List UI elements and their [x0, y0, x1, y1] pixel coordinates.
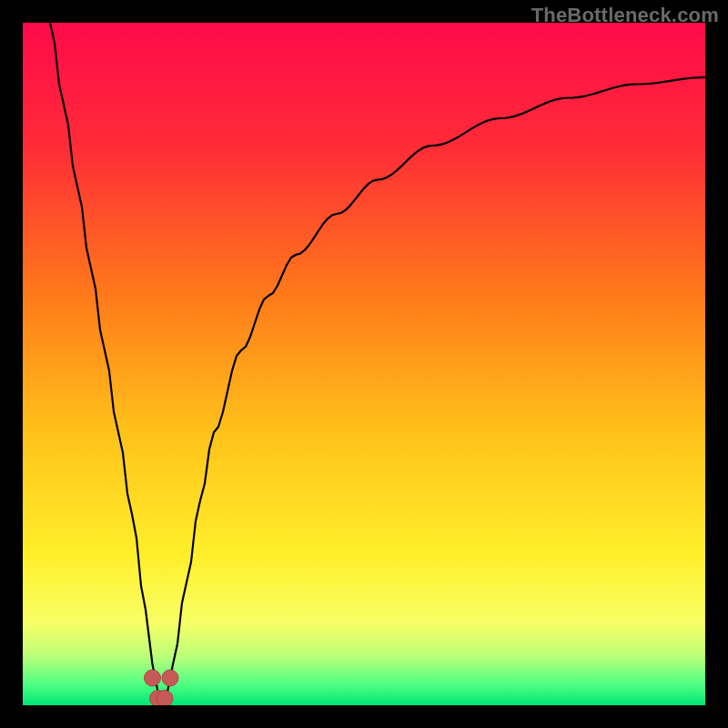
min-marker [157, 691, 173, 706]
min-marker [162, 670, 178, 686]
min-marker [145, 670, 161, 686]
watermark-text: TheBottleneck.com [531, 4, 719, 27]
gradient-background [23, 23, 705, 705]
plot-area [23, 23, 705, 705]
chart-frame: TheBottleneck.com [0, 0, 728, 728]
chart-svg [23, 23, 705, 705]
